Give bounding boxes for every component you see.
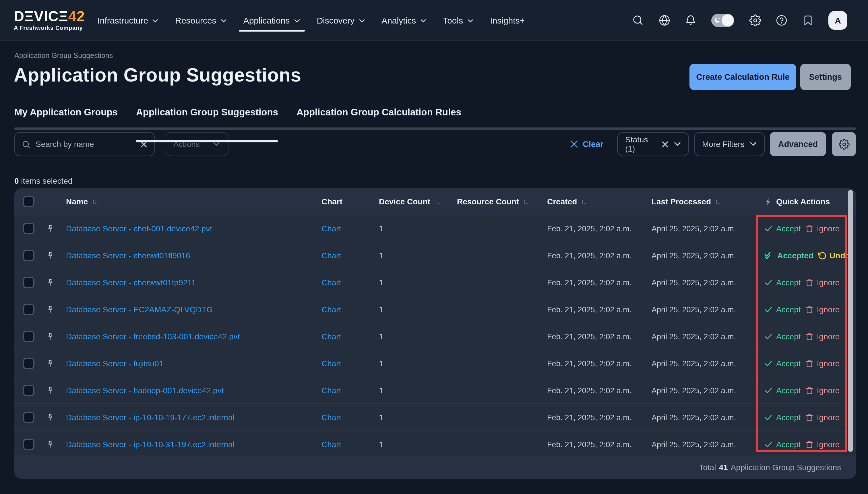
ignore-button[interactable]: Ignore [806,332,840,341]
nav-item-resources[interactable]: Resources [175,0,227,40]
chart-link[interactable]: Chart [322,224,341,233]
nav-item-label: Insights+ [490,15,525,25]
settings-button[interactable]: Settings [800,64,851,90]
column-header-resource-count[interactable]: Resource Count ↑↓ [457,188,527,215]
column-header-last-processed[interactable]: Last Processed ↑↓ [652,188,719,215]
ignore-button[interactable]: Ignore [806,440,840,449]
tab-application-group-calculation-rules[interactable]: Application Group Calculation Rules [296,107,461,130]
row-checkbox[interactable] [23,385,35,396]
suggestion-name-link[interactable]: Database Server - hadoop-001.device42.pv… [66,386,224,395]
nav-item-infrastructure[interactable]: Infrastructure [97,0,158,40]
chart-link[interactable]: Chart [322,332,341,341]
chart-link[interactable]: Chart [322,413,341,422]
pin-icon[interactable] [46,412,55,422]
chart-link[interactable]: Chart [322,359,341,368]
row-checkbox[interactable] [23,277,35,288]
nav-item-discovery[interactable]: Discovery [316,0,365,40]
select-all-checkbox[interactable] [23,196,35,207]
status-filter-chip[interactable]: Status (1) [617,132,689,156]
clear-filters-button[interactable]: Clear [570,132,604,156]
chart-link[interactable]: Chart [322,386,341,395]
pin-icon[interactable] [46,277,55,288]
ignore-button[interactable]: Ignore [806,359,840,368]
more-filters-dropdown[interactable]: More Filters [694,132,765,156]
ignore-button[interactable]: Ignore [806,386,840,395]
nav-item-analytics[interactable]: Analytics [382,0,426,40]
bell-icon[interactable] [685,14,696,26]
column-header-name[interactable]: Name ↑↓ [66,188,96,215]
row-checkbox[interactable] [23,412,35,423]
chart-link[interactable]: Chart [322,278,341,287]
suggestion-name-link[interactable]: Database Server - ip-10-10-19-177.ec2.in… [66,413,234,422]
ignore-button[interactable]: Ignore [806,278,840,287]
undo-button[interactable]: Undo [818,251,850,260]
tab-my-application-groups[interactable]: My Application Groups [14,107,118,130]
table-settings-button[interactable] [832,132,856,156]
suggestion-name-link[interactable]: Database Server - freebsd-103-001.device… [66,332,240,341]
bookmark-icon[interactable] [802,14,813,26]
accept-button[interactable]: Accept [764,359,801,368]
nav-item-label: Discovery [316,15,354,25]
trash-icon [806,440,813,449]
pin-icon[interactable] [46,439,55,450]
created-value: Feb. 21, 2025, 2:02 a.m. [547,296,632,323]
column-header-device-count[interactable]: Device Count ↑↓ [379,188,439,215]
suggestion-name-link[interactable]: Database Server - fujitsu01 [66,359,163,368]
row-checkbox[interactable] [23,439,35,450]
accept-button[interactable]: Accept [764,440,801,449]
row-checkbox[interactable] [23,358,35,369]
accept-button[interactable]: Accept [764,278,801,287]
search-box[interactable] [14,132,155,156]
remove-filter-icon [661,140,669,148]
nav-item-tools[interactable]: Tools [443,0,473,40]
device42-logo[interactable]: DΞVICΞ42 A Freshworks Company [14,9,85,31]
nav-item-insights-[interactable]: Insights+ [490,0,525,40]
globe-icon[interactable] [658,14,670,26]
pin-icon[interactable] [46,358,55,368]
chart-link[interactable]: Chart [322,305,341,314]
user-avatar[interactable]: A [828,11,847,30]
row-checkbox[interactable] [23,223,35,234]
ignore-button[interactable]: Ignore [806,413,840,422]
row-checkbox[interactable] [23,331,35,342]
tab-bar: My Application Groups Application Group … [14,107,856,130]
suggestion-name-link[interactable]: Database Server - cherwd01fl9016 [66,251,190,260]
suggestion-name-link[interactable]: Database Server - EC2AMAZ-QLVQDTG [66,305,213,314]
suggestion-name-link[interactable]: Database Server - chef-001.device42.pvt [66,224,212,233]
actions-dropdown[interactable]: Actions [165,132,229,156]
pin-icon[interactable] [46,250,55,261]
search-icon[interactable] [632,14,643,26]
pin-icon[interactable] [46,223,55,234]
search-input[interactable] [36,139,135,149]
column-label: Resource Count [457,197,519,206]
tab-application-group-suggestions[interactable]: Application Group Suggestions [136,107,278,130]
column-label: Quick Actions [776,197,830,206]
accept-button[interactable]: Accept [764,386,801,395]
created-value: Feb. 21, 2025, 2:02 a.m. [547,431,632,458]
ignore-button[interactable]: Ignore [806,224,840,233]
create-calculation-rule-button[interactable]: Create Calculation Rule [690,64,796,90]
row-checkbox[interactable] [23,250,35,261]
ignore-button[interactable]: Ignore [806,305,840,314]
chevron-down-icon [750,142,757,146]
nav-item-applications[interactable]: Applications [244,0,300,40]
row-checkbox[interactable] [23,304,35,315]
chart-link[interactable]: Chart [322,440,341,449]
suggestion-name-link[interactable]: Database Server - cherwwt01tp9211 [66,278,196,287]
accept-button[interactable]: Accept [764,224,801,233]
help-icon[interactable] [776,14,787,26]
vertical-scrollbar[interactable] [848,190,853,452]
column-header-created[interactable]: Created ↑↓ [547,188,585,215]
theme-toggle[interactable] [711,14,734,27]
pin-icon[interactable] [46,331,55,342]
accept-button[interactable]: Accept [764,332,801,341]
chart-link[interactable]: Chart [322,251,341,260]
gear-icon[interactable] [749,14,761,26]
advanced-button[interactable]: Advanced [770,132,826,156]
accept-button[interactable]: Accept [764,305,801,314]
breadcrumb[interactable]: Application Group Suggestions [14,52,113,60]
accept-button[interactable]: Accept [764,413,801,422]
pin-icon[interactable] [46,304,55,315]
pin-icon[interactable] [46,385,55,396]
suggestion-name-link[interactable]: Database Server - ip-10-10-31-197.ec2.in… [66,440,234,449]
